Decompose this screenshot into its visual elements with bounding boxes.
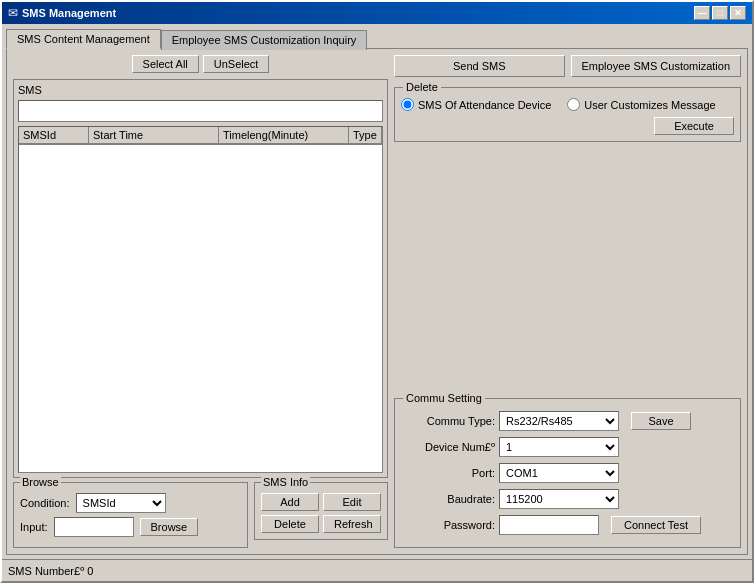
status-text: SMS Number£º 0 [8, 565, 93, 577]
commu-type-label: Commu Type: [405, 415, 495, 427]
device-num-select[interactable]: 1 [499, 437, 619, 457]
condition-label: Condition: [20, 497, 70, 509]
delete-group: Delete SMS Of Attendance Device User Cus… [394, 87, 741, 142]
unselect-button[interactable]: UnSelect [203, 55, 270, 73]
radio-attendance-input[interactable] [401, 98, 414, 111]
input-field[interactable] [54, 517, 134, 537]
commu-type-select[interactable]: Rs232/Rs485 [499, 411, 619, 431]
app-icon: ✉ [8, 6, 18, 20]
add-button[interactable]: Add [261, 493, 319, 511]
password-row: Password: Connect Test [405, 515, 730, 535]
password-label: Password: [405, 519, 495, 531]
radio-user-custom-input[interactable] [567, 98, 580, 111]
baudrate-select[interactable]: 115200 [499, 489, 619, 509]
password-input[interactable] [499, 515, 599, 535]
input-label: Input: [20, 521, 48, 533]
condition-select[interactable]: SMSId [76, 493, 166, 513]
port-select[interactable]: COM1 [499, 463, 619, 483]
content-area: SMS Content Management Employee SMS Cust… [2, 24, 752, 559]
device-num-row: Device Num£º 1 [405, 437, 730, 457]
left-panel: Select All UnSelect SMS SMSId Start Time… [13, 55, 388, 548]
main-panel: Select All UnSelect SMS SMSId Start Time… [6, 48, 748, 555]
col-smsid: SMSId [19, 127, 89, 144]
col-timeleng: Timeleng(Minute) [219, 127, 349, 144]
tabs-bar: SMS Content Management Employee SMS Cust… [6, 28, 748, 48]
condition-row: Condition: SMSId [20, 493, 241, 513]
title-bar: ✉ SMS Management — □ ✕ [2, 2, 752, 24]
maximize-button[interactable]: □ [712, 6, 728, 20]
browse-group: Browse Condition: SMSId Input: Browse [13, 482, 248, 548]
sms-search-input[interactable] [18, 100, 383, 122]
commu-legend: Commu Setting [403, 392, 485, 404]
delete-button[interactable]: Delete [261, 515, 319, 533]
baudrate-label: Baudrate: [405, 493, 495, 505]
bottom-section: Browse Condition: SMSId Input: Browse [13, 482, 388, 548]
execute-row: Execute [401, 117, 734, 135]
port-row: Port: COM1 [405, 463, 730, 483]
refresh-button[interactable]: Refresh [323, 515, 381, 533]
sms-info-group: SMS Info Add Edit Delete Refresh [254, 482, 388, 540]
device-num-label: Device Num£º [405, 441, 495, 453]
minimize-button[interactable]: — [694, 6, 710, 20]
radio-user-custom: User Customizes Message [567, 98, 715, 111]
col-starttime: Start Time [89, 127, 219, 144]
commu-group: Commu Setting Commu Type: Rs232/Rs485 Sa… [394, 398, 741, 548]
sms-table: SMSId Start Time Timeleng(Minute) Type [18, 126, 383, 473]
radio-user-custom-label: User Customizes Message [584, 99, 715, 111]
spacer [394, 148, 741, 392]
delete-legend: Delete [403, 81, 441, 93]
execute-button[interactable]: Execute [654, 117, 734, 135]
employee-custom-button[interactable]: Employee SMS Customization [571, 55, 742, 77]
status-bar: SMS Number£º 0 [2, 559, 752, 581]
tab-sms-content[interactable]: SMS Content Management [6, 29, 161, 49]
right-panel: Send SMS Employee SMS Customization Dele… [394, 55, 741, 548]
close-button[interactable]: ✕ [730, 6, 746, 20]
radio-attendance-label: SMS Of Attendance Device [418, 99, 551, 111]
radio-attendance: SMS Of Attendance Device [401, 98, 551, 111]
top-buttons: Send SMS Employee SMS Customization [394, 55, 741, 77]
browse-legend: Browse [20, 476, 61, 488]
sms-info-legend: SMS Info [261, 476, 310, 488]
table-header: SMSId Start Time Timeleng(Minute) Type [19, 127, 382, 145]
sms-group: SMS SMSId Start Time Timeleng(Minute) Ty… [13, 79, 388, 478]
port-label: Port: [405, 467, 495, 479]
tab-employee-sms[interactable]: Employee SMS Customization Inquiry [161, 30, 368, 50]
edit-button[interactable]: Edit [323, 493, 381, 511]
select-buttons-row: Select All UnSelect [13, 55, 388, 73]
browse-button[interactable]: Browse [140, 518, 199, 536]
commu-type-row: Commu Type: Rs232/Rs485 Save [405, 411, 730, 431]
radio-row: SMS Of Attendance Device User Customizes… [401, 94, 734, 111]
baudrate-row: Baudrate: 115200 [405, 489, 730, 509]
select-all-button[interactable]: Select All [132, 55, 199, 73]
col-type: Type [349, 127, 382, 144]
save-button[interactable]: Save [631, 412, 691, 430]
connect-test-button[interactable]: Connect Test [611, 516, 701, 534]
window-title: SMS Management [22, 7, 116, 19]
main-window: ✉ SMS Management — □ ✕ SMS Content Manag… [0, 0, 754, 583]
input-row: Input: Browse [20, 517, 241, 537]
sms-group-label: SMS [18, 84, 383, 96]
send-sms-button[interactable]: Send SMS [394, 55, 565, 77]
